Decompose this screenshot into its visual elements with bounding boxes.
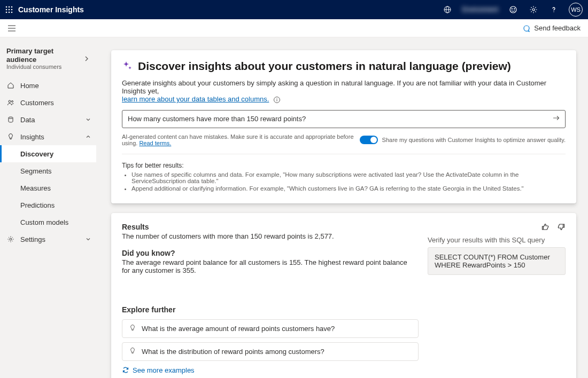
svg-point-19	[10, 238, 12, 240]
explore-title: Explore further	[122, 305, 566, 314]
discovery-card: Discover insights about your customers i…	[111, 50, 576, 203]
chevron-down-icon	[86, 235, 91, 243]
svg-point-18	[9, 117, 13, 119]
nav-settings[interactable]: Settings	[0, 231, 96, 248]
submit-arrow-icon[interactable]	[551, 113, 561, 124]
nav-data[interactable]: Data	[0, 111, 96, 128]
results-card: Results The number of customers with mor…	[111, 213, 576, 378]
nav-label: Discovery	[20, 150, 53, 158]
nav-discovery[interactable]: Discovery	[0, 145, 96, 162]
tip-item: Use names of specific columns and data. …	[131, 171, 566, 184]
nav-label: Data	[20, 116, 35, 124]
nav-home[interactable]: Home	[0, 77, 96, 94]
suggestion-item[interactable]: What is the average amount of reward poi…	[122, 319, 419, 338]
chevron-down-icon	[86, 116, 91, 124]
send-feedback-label: Send feedback	[534, 24, 581, 32]
page-description: Generate insights about your customers b…	[122, 79, 546, 95]
smile-icon[interactable]	[508, 4, 519, 15]
results-text: The number of customers with more than 1…	[122, 232, 415, 240]
tips-header: Tips for better results:	[122, 162, 566, 169]
svg-point-7	[9, 12, 10, 13]
nav-label: Settings	[20, 235, 45, 243]
topbar: Customer Insights Environment WS	[0, 0, 588, 19]
environment-label[interactable]: Environment	[462, 6, 498, 13]
svg-point-12	[512, 9, 512, 9]
suggestion-item[interactable]: What is the distribution of reward point…	[122, 342, 419, 361]
query-input[interactable]	[128, 115, 551, 123]
svg-point-8	[11, 12, 13, 13]
bulb-icon	[6, 133, 15, 140]
svg-point-3	[6, 9, 7, 11]
svg-point-16	[9, 100, 11, 103]
svg-point-0	[6, 6, 7, 8]
sql-query-box[interactable]: SELECT COUNT(*) FROM Customer WHERE Rewa…	[428, 247, 566, 275]
avatar[interactable]: WS	[569, 3, 583, 17]
read-terms-link[interactable]: Read terms.	[139, 140, 171, 146]
nav-measures[interactable]: Measures	[0, 179, 96, 196]
nav-label: Predictions	[20, 201, 55, 209]
tip-item: Append additional or clarifying informat…	[131, 185, 566, 192]
share-toggle-label: Share my questions with Customer Insight…	[382, 137, 566, 143]
results-title: Results	[122, 223, 415, 231]
hamburger-icon[interactable]	[7, 25, 16, 32]
nav-label: Insights	[20, 133, 44, 141]
share-toggle[interactable]	[360, 136, 378, 144]
audience-subtitle: Individual consumers	[6, 64, 80, 70]
gear-icon[interactable]	[528, 4, 539, 15]
help-icon[interactable]	[548, 4, 559, 15]
nav-insights[interactable]: Insights	[0, 128, 96, 145]
see-more-label: See more examples	[133, 366, 195, 374]
svg-point-2	[11, 6, 13, 8]
environment-icon[interactable]	[442, 4, 453, 15]
sql-header: Verify your results with this SQL query	[428, 236, 566, 244]
svg-point-6	[6, 12, 7, 13]
nav-segments[interactable]: Segments	[0, 162, 96, 179]
suggestion-label: What is the distribution of reward point…	[142, 348, 324, 356]
svg-point-11	[510, 6, 516, 13]
query-input-container	[122, 110, 566, 128]
thumbs-up-icon[interactable]	[541, 223, 550, 233]
nav-custom-models[interactable]: Custom models	[0, 214, 96, 231]
didyouknow-title: Did you know?	[122, 249, 415, 257]
thumbs-down-icon[interactable]	[557, 223, 566, 233]
chevron-right-icon	[83, 56, 90, 62]
suggestion-label: What is the average amount of reward poi…	[142, 325, 335, 333]
svg-point-13	[514, 9, 515, 9]
svg-point-17	[12, 101, 13, 103]
svg-point-15	[553, 11, 554, 12]
nav-predictions[interactable]: Predictions	[0, 196, 96, 214]
main-content: Discover insights about your customers i…	[96, 37, 588, 378]
svg-point-5	[11, 9, 13, 11]
nav-customers[interactable]: Customers	[0, 94, 96, 111]
home-icon	[6, 82, 15, 89]
nav-label: Segments	[20, 167, 52, 175]
audience-title: Primary target audience	[6, 47, 80, 64]
refresh-icon	[122, 366, 129, 374]
waffle-icon[interactable]	[5, 6, 13, 13]
learn-more-link[interactable]: learn more about your data tables and co…	[122, 95, 269, 103]
subheader: Send feedback	[0, 19, 588, 37]
nav-label: Measures	[20, 184, 51, 192]
page-title: Discover insights about your customers i…	[138, 60, 511, 73]
gear-icon	[6, 235, 15, 243]
bulb-icon	[129, 347, 136, 356]
bulb-icon	[129, 324, 136, 333]
info-icon[interactable]	[273, 96, 281, 104]
svg-point-1	[9, 6, 10, 8]
send-feedback-button[interactable]: Send feedback	[522, 24, 581, 33]
sparkle-icon	[122, 60, 133, 73]
svg-point-14	[532, 9, 535, 11]
nav-label: Custom models	[20, 218, 68, 226]
audience-selector[interactable]: Primary target audience Individual consu…	[0, 47, 96, 77]
didyouknow-text: The average reward point balance for all…	[122, 258, 415, 274]
svg-point-4	[9, 9, 10, 11]
data-icon	[6, 116, 15, 123]
see-more-link[interactable]: See more examples	[122, 366, 566, 374]
nav-label: Customers	[20, 99, 54, 107]
chevron-up-icon	[86, 133, 91, 141]
people-icon	[6, 99, 15, 106]
sidebar: Primary target audience Individual consu…	[0, 37, 96, 378]
app-title: Customer Insights	[18, 5, 84, 14]
nav-label: Home	[20, 82, 39, 90]
